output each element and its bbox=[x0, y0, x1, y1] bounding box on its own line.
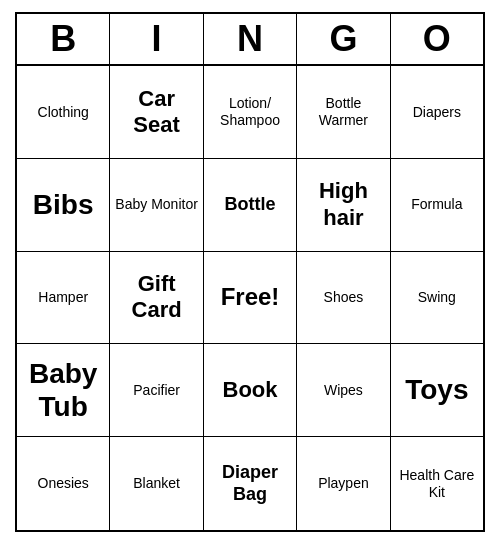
bingo-cell: Diaper Bag bbox=[204, 437, 297, 530]
bingo-cell: Book bbox=[204, 344, 297, 437]
bingo-cell: Shoes bbox=[297, 252, 390, 345]
bingo-cell: Car Seat bbox=[110, 66, 203, 159]
bingo-cell: Wipes bbox=[297, 344, 390, 437]
bingo-card: BINGO ClothingCar SeatLotion/ ShampooBot… bbox=[15, 12, 485, 532]
bingo-cell: Baby Tub bbox=[17, 344, 110, 437]
bingo-cell: Bibs bbox=[17, 159, 110, 252]
bingo-cell: Toys bbox=[391, 344, 483, 437]
header-letter: G bbox=[297, 14, 390, 66]
bingo-cell: Gift Card bbox=[110, 252, 203, 345]
bingo-cell: Formula bbox=[391, 159, 483, 252]
header-letter: I bbox=[110, 14, 203, 66]
bingo-cell: Pacifier bbox=[110, 344, 203, 437]
bingo-cell: Free! bbox=[204, 252, 297, 345]
bingo-cell: Clothing bbox=[17, 66, 110, 159]
bingo-cell: Diapers bbox=[391, 66, 483, 159]
bingo-row: BibsBaby MonitorBottleHigh hairFormula bbox=[17, 159, 483, 252]
bingo-cell: Onesies bbox=[17, 437, 110, 530]
bingo-cell: Hamper bbox=[17, 252, 110, 345]
bingo-row: OnesiesBlanketDiaper BagPlaypenHealth Ca… bbox=[17, 437, 483, 530]
header-letter: B bbox=[17, 14, 110, 66]
header-letter: O bbox=[391, 14, 483, 66]
bingo-row: HamperGift CardFree!ShoesSwing bbox=[17, 252, 483, 345]
bingo-cell: Swing bbox=[391, 252, 483, 345]
bingo-row: ClothingCar SeatLotion/ ShampooBottle Wa… bbox=[17, 66, 483, 159]
bingo-cell: Bottle bbox=[204, 159, 297, 252]
header-letter: N bbox=[204, 14, 297, 66]
bingo-row: Baby TubPacifierBookWipesToys bbox=[17, 344, 483, 437]
bingo-cell: Playpen bbox=[297, 437, 390, 530]
bingo-header: BINGO bbox=[17, 14, 483, 66]
bingo-cell: Baby Monitor bbox=[110, 159, 203, 252]
bingo-body: ClothingCar SeatLotion/ ShampooBottle Wa… bbox=[17, 66, 483, 530]
bingo-cell: High hair bbox=[297, 159, 390, 252]
bingo-cell: Blanket bbox=[110, 437, 203, 530]
bingo-cell: Bottle Warmer bbox=[297, 66, 390, 159]
bingo-cell: Health Care Kit bbox=[391, 437, 483, 530]
bingo-cell: Lotion/ Shampoo bbox=[204, 66, 297, 159]
